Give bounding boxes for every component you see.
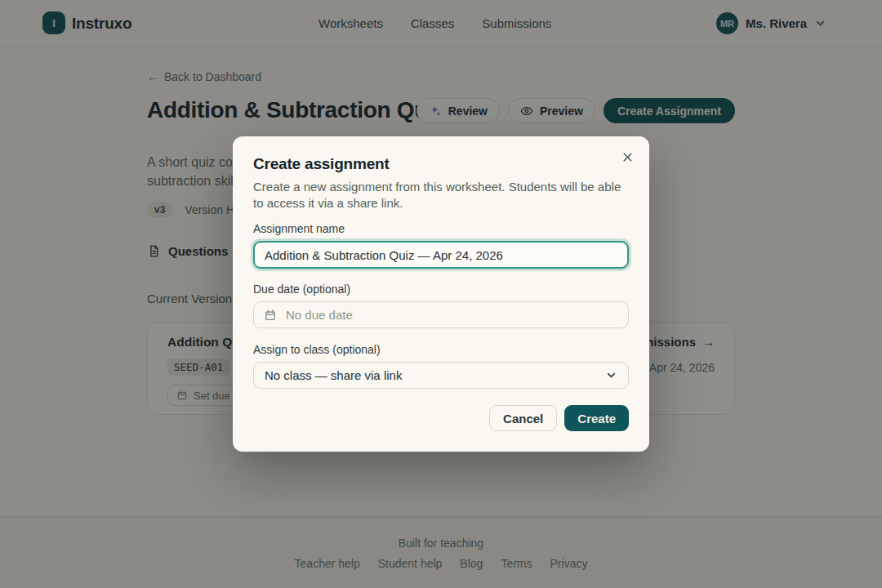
create-assignment-modal: Create assignment Create a new assignmen… <box>233 136 649 452</box>
chevron-down-icon <box>605 369 617 381</box>
cancel-button[interactable]: Cancel <box>489 405 557 431</box>
modal-description: Create a new assignment from this worksh… <box>253 179 634 212</box>
class-select-value: No class — share via link <box>265 368 605 382</box>
close-icon <box>621 150 635 164</box>
assignment-name-label: Assignment name <box>253 222 345 235</box>
assign-class-label: Assign to class (optional) <box>253 343 381 356</box>
due-date-placeholder: No due date <box>286 308 353 322</box>
assignment-name-input[interactable] <box>253 241 629 269</box>
class-select[interactable]: No class — share via link <box>253 362 629 389</box>
due-date-label: Due date (optional) <box>253 283 350 296</box>
close-button[interactable] <box>616 145 639 168</box>
create-button[interactable]: Create <box>564 405 629 431</box>
due-date-field[interactable]: No due date <box>253 301 629 328</box>
calendar-icon <box>264 309 277 322</box>
modal-title: Create assignment <box>253 155 390 173</box>
modal-footer: Cancel Create <box>253 405 629 431</box>
